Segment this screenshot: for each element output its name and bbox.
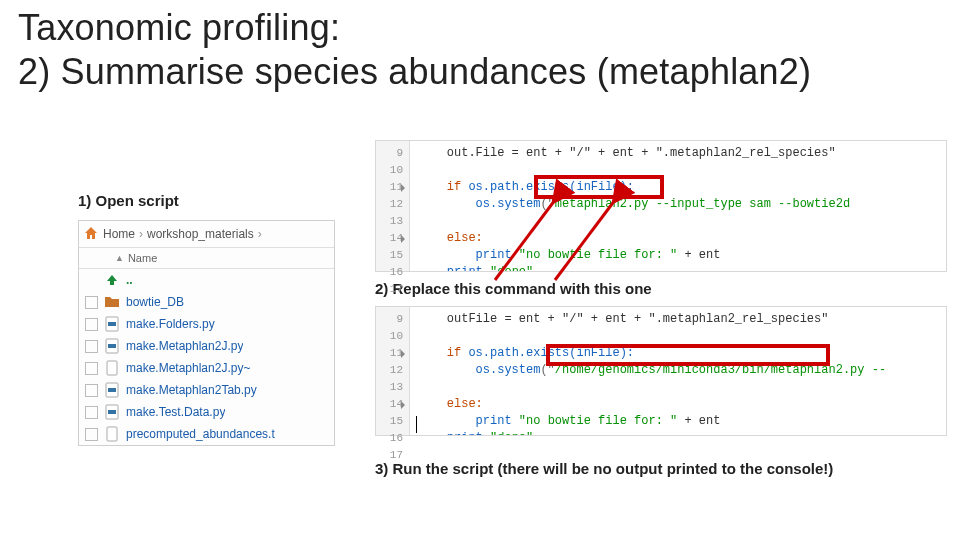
code-line: outFile = ent + "/" + ent + ".metaphlan2…	[418, 312, 828, 326]
str-nobowtie: "no bowtie file for: "	[519, 414, 677, 428]
svg-rect-8	[108, 410, 116, 414]
svg-rect-1	[108, 322, 116, 326]
up-arrow-icon	[104, 272, 120, 288]
line-number: 13	[376, 213, 403, 230]
code-line: out.File = ent + "/" + ent + ".metaphlan…	[418, 146, 836, 160]
slide-root: Taxonomic profiling: 2) Summarise specie…	[0, 0, 960, 540]
highlight-box-before	[534, 175, 664, 199]
kw-else: else:	[447, 231, 483, 245]
list-item[interactable]: make.Metaphlan2J.py	[79, 335, 334, 357]
svg-line-11	[555, 200, 615, 280]
line-gutter: 9 10 11 12 13 14 15 16 17	[376, 307, 410, 435]
python-file-icon	[104, 316, 120, 332]
list-item-up-label: ..	[126, 273, 133, 287]
file-name: make.Metaphlan2J.py~	[126, 361, 250, 375]
list-item[interactable]: bowtie_DB	[79, 291, 334, 313]
python-file-icon	[104, 404, 120, 420]
plus-ent: + ent	[677, 414, 720, 428]
fn-print2: print	[447, 431, 483, 435]
checkbox[interactable]	[85, 318, 98, 331]
breadcrumb-folder[interactable]: workshop_materials	[147, 227, 254, 241]
checkbox[interactable]	[85, 362, 98, 375]
line-number: 16	[376, 430, 403, 447]
line-gutter: 9 10 11 12 13 14 15 16 17	[376, 141, 410, 271]
step-3-label: 3) Run the script (there will be no outp…	[375, 460, 833, 477]
cmd-tail: --	[864, 363, 886, 377]
highlight-box-after	[546, 344, 830, 366]
step-2-label: 2) Replace this command with this one	[375, 280, 652, 297]
title-line-2: 2) Summarise species abundances (metaphl…	[18, 51, 811, 92]
fn-ossystem: os.system	[476, 197, 541, 211]
line-number: 17	[376, 281, 403, 298]
checkbox[interactable]	[85, 340, 98, 353]
checkbox[interactable]	[85, 296, 98, 309]
fn-ossystem: os.system	[476, 363, 541, 377]
line-number: 12	[376, 196, 403, 213]
fn-print: print	[476, 414, 512, 428]
line-number: 13	[376, 379, 403, 396]
line-number: 9	[376, 311, 403, 328]
list-item[interactable]: precomputed_abundances.t	[79, 423, 334, 445]
breadcrumb-home[interactable]: Home	[103, 227, 135, 241]
line-number: 9	[376, 145, 403, 162]
line-number: 15	[376, 247, 403, 264]
annotation-arrows	[555, 200, 715, 280]
sort-asc-icon: ▲	[115, 253, 124, 263]
kw-if: if	[447, 346, 461, 360]
code-body[interactable]: outFile = ent + "/" + ent + ".metaphlan2…	[410, 307, 946, 435]
breadcrumb-sep-2: ›	[258, 227, 262, 241]
code-editor-after: 9 10 11 12 13 14 15 16 17 outFile = ent …	[375, 306, 947, 436]
svg-rect-4	[107, 361, 117, 375]
kw-else: else:	[447, 397, 483, 411]
line-number: 10	[376, 328, 403, 345]
file-name: precomputed_abundances.t	[126, 427, 275, 441]
folder-icon	[104, 294, 120, 310]
file-name: make.Metaphlan2J.py	[126, 339, 243, 353]
python-file-icon	[104, 338, 120, 354]
line-number: 12	[376, 362, 403, 379]
file-icon	[104, 360, 120, 376]
line-number: 14	[376, 230, 403, 247]
file-name: make.Folders.py	[126, 317, 215, 331]
slide-title: Taxonomic profiling: 2) Summarise specie…	[18, 6, 811, 94]
checkbox[interactable]	[85, 406, 98, 419]
fn-print: print	[476, 248, 512, 262]
column-header[interactable]: ▲ Name	[79, 248, 334, 269]
str-done: "done"	[490, 431, 533, 435]
svg-rect-3	[108, 344, 116, 348]
line-number: 16	[376, 264, 403, 281]
python-file-icon	[104, 382, 120, 398]
str-done: "done"	[490, 265, 533, 271]
fn-print2: print	[447, 265, 483, 271]
kw-if: if	[447, 180, 461, 194]
file-icon	[104, 426, 120, 442]
breadcrumb: Home › workshop_materials ›	[79, 221, 334, 248]
line-number: 11	[376, 345, 403, 362]
list-item[interactable]: make.Folders.py	[79, 313, 334, 335]
checkbox[interactable]	[85, 428, 98, 441]
step-1-label: 1) Open script	[78, 192, 179, 209]
file-name: make.Metaphlan2Tab.py	[126, 383, 257, 397]
text-cursor-icon	[416, 416, 417, 433]
svg-rect-9	[107, 427, 117, 441]
line-number: 10	[376, 162, 403, 179]
home-icon[interactable]	[83, 225, 99, 244]
column-name: Name	[128, 252, 157, 264]
line-number: 15	[376, 413, 403, 430]
list-item[interactable]: make.Test.Data.py	[79, 401, 334, 423]
file-name: make.Test.Data.py	[126, 405, 225, 419]
file-name: bowtie_DB	[126, 295, 184, 309]
breadcrumb-sep: ›	[139, 227, 143, 241]
file-browser: Home › workshop_materials › ▲ Name ..	[78, 220, 335, 446]
list-item[interactable]: make.Metaphlan2Tab.py	[79, 379, 334, 401]
checkbox[interactable]	[85, 384, 98, 397]
line-number: 14	[376, 396, 403, 413]
svg-rect-6	[108, 388, 116, 392]
line-number: 11	[376, 179, 403, 196]
file-list: .. bowtie_DB make.Folders.py	[79, 269, 334, 445]
line-number: 17	[376, 447, 403, 464]
list-item[interactable]: make.Metaphlan2J.py~	[79, 357, 334, 379]
title-line-1: Taxonomic profiling:	[18, 7, 340, 48]
list-item-up[interactable]: ..	[79, 269, 334, 291]
